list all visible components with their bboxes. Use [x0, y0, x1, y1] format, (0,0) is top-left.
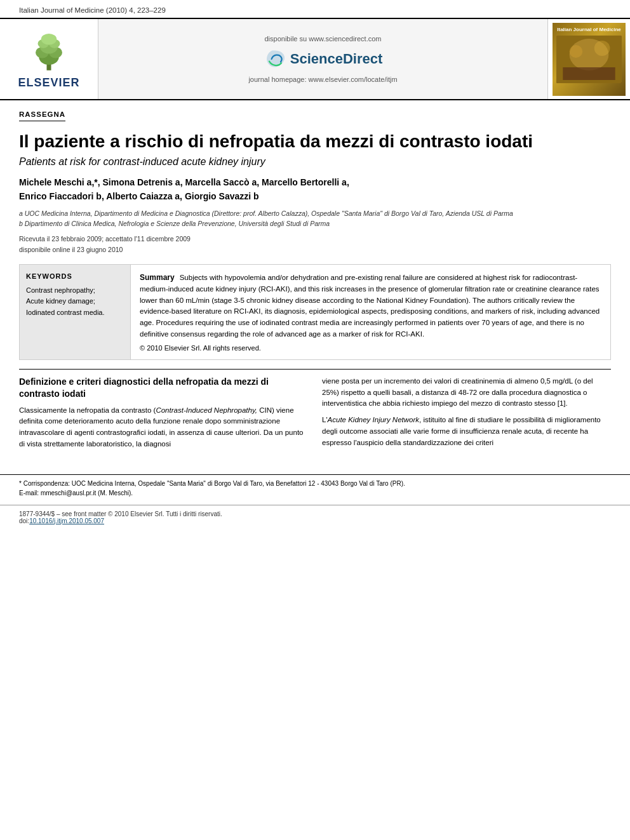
- journal-header: Italian Journal of Medicine (2010) 4, 22…: [0, 0, 630, 18]
- svg-point-7: [41, 34, 57, 45]
- issn-text: 1877-9344/$ – see front matter © 2010 El…: [19, 510, 611, 517]
- section1-heading: Definizione e criteri diagnostici della …: [19, 376, 308, 400]
- summary-column: SummarySubjects with hypovolemia and/or …: [131, 265, 610, 359]
- available-online-date: disponibile online il 23 giugno 2010: [19, 244, 611, 255]
- disponibile-text: disponibile su www.sciencedirect.com: [264, 35, 381, 43]
- keywords-title: KEYWORDS: [26, 272, 124, 280]
- summary-copyright: © 2010 Elsevier Srl. All rights reserved…: [140, 344, 601, 352]
- journal-cover-title: Italian Journal of Medicine: [557, 27, 620, 33]
- section1-para1: Classicamente la nefropatia da contrasto…: [19, 405, 308, 450]
- elsevier-logo-panel: ELSEVIER: [0, 19, 98, 99]
- keywords-summary-box: KEYWORDS Contrast nephropathy; Acute kid…: [19, 264, 611, 360]
- footer-notes: * Corrispondenza: UOC Medicina Interna, …: [0, 474, 630, 505]
- sciencedirect-icon: [264, 48, 286, 70]
- svg-point-12: [594, 41, 610, 56]
- sciencedirect-logo: ScienceDirect: [264, 48, 383, 70]
- banner-center: disponibile su www.sciencedirect.com Sci…: [98, 19, 547, 99]
- authors: Michele Meschi a,*, Simona Detrenis a, M…: [19, 175, 611, 204]
- elsevier-label: ELSEVIER: [18, 76, 79, 90]
- summary-content: SummarySubjects with hypovolemia and/or …: [140, 272, 601, 340]
- affiliation-a: a UOC Medicina Interna, Dipartimento di …: [19, 209, 611, 219]
- footer-bottom: 1877-9344/$ – see front matter © 2010 El…: [0, 505, 630, 531]
- article-title-italian: Il paziente a rischio di nefropatia da m…: [19, 130, 611, 152]
- journal-citation: Italian Journal of Medicine (2010) 4, 22…: [19, 6, 166, 14]
- svg-point-11: [570, 45, 583, 58]
- affiliations: a UOC Medicina Interna, Dipartimento di …: [19, 209, 611, 229]
- main-content: RASSEGNA Il paziente a rischio di nefrop…: [0, 100, 630, 464]
- footnote-line1: * Corrispondenza: UOC Medicina Interna, …: [19, 480, 405, 487]
- page: Italian Journal of Medicine (2010) 4, 22…: [0, 0, 630, 840]
- dates: Ricevuta il 23 febbraio 2009; accettato …: [19, 234, 611, 255]
- doi-text: doi:10.1016/j.itjm.2010.05.007: [19, 517, 611, 524]
- elsevier-logo: ELSEVIER: [18, 29, 79, 90]
- col-right-para1: viene posta per un incremento dei valori…: [322, 376, 611, 410]
- journal-cover-panel: Italian Journal of Medicine: [547, 19, 630, 99]
- journal-cover: Italian Journal of Medicine: [553, 23, 626, 96]
- section-label: RASSEGNA: [19, 110, 65, 121]
- body-col-left: Definizione e criteri diagnostici della …: [19, 376, 308, 455]
- doi-value: 10.1016/j.itjm.2010.05.007: [29, 517, 104, 524]
- elsevier-tree-icon: [27, 29, 71, 74]
- svg-rect-10: [563, 67, 615, 80]
- affiliation-b: b Dipartimento di Clinica Medica, Nefrol…: [19, 219, 611, 229]
- banner: ELSEVIER disponibile su www.sciencedirec…: [0, 18, 630, 100]
- sciencedirect-label: ScienceDirect: [290, 51, 383, 67]
- keywords-column: KEYWORDS Contrast nephropathy; Acute kid…: [20, 265, 131, 359]
- summary-label: Summary: [140, 273, 175, 282]
- divider: [19, 369, 611, 370]
- summary-text: Subjects with hypovolemia and/or dehydra…: [140, 274, 600, 338]
- keyword-1: Contrast nephropathy;: [26, 285, 124, 297]
- body-two-col: Definizione e criteri diagnostici della …: [19, 376, 611, 455]
- body-col-right: viene posta per un incremento dei valori…: [322, 376, 611, 455]
- authors-line2: Enrico Fiaccadori b, Alberto Caiazza a, …: [19, 191, 259, 201]
- cover-image: [556, 36, 622, 83]
- keyword-2: Acute kidney damage;: [26, 296, 124, 307]
- doi-label: doi:: [19, 517, 29, 524]
- keyword-3: Iodinated contrast media.: [26, 307, 124, 319]
- article-title-english: Patients at risk for contrast-induced ac…: [19, 156, 611, 168]
- col-right-para2: L'Acute Kidney Injury Network, istituito…: [322, 415, 611, 448]
- footnote-text: * Corrispondenza: UOC Medicina Interna, …: [19, 479, 611, 498]
- authors-line1: Michele Meschi a,*, Simona Detrenis a, M…: [19, 177, 349, 187]
- footnote-email: E-mail: mmeschi@ausl.pr.it (M. Meschi).: [19, 490, 133, 497]
- journal-homepage: journal homepage: www.elsevier.com/locat…: [248, 76, 397, 83]
- received-date: Ricevuta il 23 febbraio 2009; accettato …: [19, 234, 611, 244]
